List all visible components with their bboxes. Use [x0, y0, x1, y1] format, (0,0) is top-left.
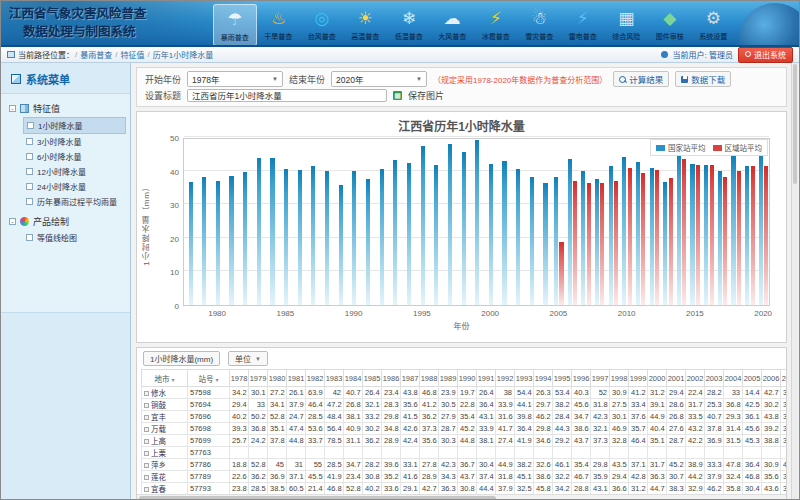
cell-value: 14.4	[743, 387, 762, 399]
table-row[interactable]: 莲花5778922.636.236.937.145.541.923.430.83…	[142, 471, 788, 483]
vertical-scrollbar[interactable]	[791, 63, 798, 499]
toolbar-item-label: 低温普查	[395, 31, 423, 41]
column-header-year[interactable]: 1987	[401, 370, 420, 387]
row-expand-icon[interactable]	[144, 451, 149, 456]
calculate-button[interactable]: 计算结果	[613, 71, 669, 87]
toolbar-item-系统设置[interactable]: ⚙系统设置	[692, 4, 736, 46]
column-header-year[interactable]: 1986	[382, 370, 401, 387]
sidebar-item-1小时降水量[interactable]: 1小时降水量	[23, 117, 126, 134]
column-header-year[interactable]: 2000	[648, 370, 667, 387]
sidebar-item-历年暴雨过程平均雨量[interactable]: 历年暴雨过程平均雨量	[23, 194, 126, 209]
save-image-button[interactable]: 保存图片	[408, 89, 444, 102]
column-header-year[interactable]: 2002	[686, 370, 705, 387]
column-header-year[interactable]: 1980	[268, 370, 287, 387]
chart-title-input[interactable]	[187, 89, 387, 102]
column-header-year[interactable]: 2004	[724, 370, 743, 387]
column-header-year[interactable]: 1978	[230, 370, 249, 387]
toolbar-item-大风普查[interactable]: ☁大风普查	[431, 4, 475, 46]
sort-icon[interactable]: ▾	[172, 377, 175, 383]
column-header-year[interactable]: 2003	[705, 370, 724, 387]
toolbar-item-低温普查[interactable]: ❄低温普查	[387, 4, 431, 46]
table-row[interactable]: 修水5759834.230.127.226.163.94240.726.423.…	[142, 387, 788, 399]
column-header-year[interactable]: 1989	[439, 370, 458, 387]
logout-button[interactable]: 退出系统	[738, 47, 793, 63]
table-row[interactable]: 上高5769925.724.237.844.833.778.531.136.22…	[142, 435, 788, 447]
row-expand-icon[interactable]	[144, 487, 149, 492]
table-row[interactable]: 宜春5779323.828.538.560.521.446.852.840.23…	[142, 483, 788, 495]
column-header-year[interactable]: 2001	[667, 370, 686, 387]
measure-select[interactable]: 1小时降水量(mm)	[143, 351, 220, 366]
table-row[interactable]: 宜丰5769640.250.252.824.728.548.438.133.22…	[142, 411, 788, 423]
toolbar-item-高温普查[interactable]: ☀高温普查	[344, 4, 388, 46]
column-header-year[interactable]: 1984	[344, 370, 363, 387]
column-header-year[interactable]: 1992	[496, 370, 515, 387]
column-header-year[interactable]: 1995	[553, 370, 572, 387]
column-header-year[interactable]: 1988	[420, 370, 439, 387]
breadcrumb-item[interactable]: 历年1小时降水量	[153, 49, 213, 60]
row-expand-icon[interactable]	[144, 415, 149, 420]
sidebar-item-等值线绘图[interactable]: 等值线绘图	[23, 230, 126, 245]
sidebar-item-3小时降水量[interactable]: 3小时降水量	[23, 134, 126, 149]
unit-select[interactable]: 单位▼	[228, 351, 268, 366]
column-header-year[interactable]: 1997	[591, 370, 610, 387]
row-expand-icon[interactable]	[144, 403, 149, 408]
end-year-select[interactable]: 2020年▼	[331, 71, 427, 87]
bar-national-1992	[380, 169, 384, 305]
tree-group-特征值[interactable]: -特征值	[9, 100, 126, 117]
sidebar-item-24小时降水量[interactable]: 24小时降水量	[23, 179, 126, 194]
cell-value: 35.1	[268, 423, 287, 435]
column-header-year[interactable]: 2007	[781, 370, 788, 387]
bar-national-1998	[462, 152, 466, 305]
row-expand-icon[interactable]	[144, 439, 149, 444]
column-header-year[interactable]: 1982	[306, 370, 325, 387]
bar-national-2000	[489, 164, 493, 305]
toolbar-item-雷电普查[interactable]: ⚡雷电普查	[561, 4, 605, 46]
tree-group-产品绘制[interactable]: -产品绘制	[9, 213, 126, 230]
bar-national-2003	[530, 177, 534, 305]
column-header-year[interactable]: 1999	[629, 370, 648, 387]
toolbar-item-冰雹普查[interactable]: ⚡冰雹普查	[474, 4, 518, 46]
column-header-year[interactable]: 1993	[515, 370, 534, 387]
row-expand-icon[interactable]	[144, 391, 149, 396]
column-header-city[interactable]: 地市 ▾	[142, 370, 188, 387]
row-expand-icon[interactable]	[144, 463, 149, 468]
column-header-year[interactable]: 1981	[287, 370, 306, 387]
row-expand-icon[interactable]	[144, 475, 149, 480]
scrollbar-thumb[interactable]	[793, 64, 797, 184]
toolbar-item-暴雨普查[interactable]: ☂暴雨普查	[213, 4, 257, 46]
sidebar-item-12小时降水量[interactable]: 12小时降水量	[23, 164, 126, 179]
bar-national-2013	[663, 182, 667, 305]
table-row[interactable]: 铜鼓5769429.43334.137.946.447.226.832.128.…	[142, 399, 788, 411]
download-button[interactable]: 数据下载	[675, 71, 731, 87]
toolbar-item-干旱普查[interactable]: ♨干旱普查	[257, 4, 301, 46]
expand-icon[interactable]: -	[9, 218, 16, 225]
table-row[interactable]: 萍乡5778618.852.845315528.534.728.239.633.…	[142, 459, 788, 471]
toolbar-item-台风普查[interactable]: ◎台风普查	[300, 4, 344, 46]
sidebar-item-6小时降水量[interactable]: 6小时降水量	[23, 149, 126, 164]
column-header-year[interactable]: 1983	[325, 370, 344, 387]
column-header-year[interactable]: 2006	[762, 370, 781, 387]
start-year-select[interactable]: 1978年▼	[187, 71, 283, 87]
column-header-year[interactable]: 1991	[477, 370, 496, 387]
sort-icon[interactable]: ▾	[216, 377, 219, 383]
table-row[interactable]: 万载5769839.336.835.147.453.656.440.930.23…	[142, 423, 788, 435]
column-header-year[interactable]: 1985	[363, 370, 382, 387]
table-row[interactable]: 上栗57763	[142, 447, 788, 459]
toolbar-item-综合风险[interactable]: ▦综合风险	[605, 4, 649, 46]
column-header-year[interactable]: 2005	[743, 370, 762, 387]
horizontal-scrollbar[interactable]	[137, 494, 786, 499]
toolbar-item-图件审核[interactable]: ◆图件审核	[648, 4, 692, 46]
column-header-year[interactable]: 1979	[249, 370, 268, 387]
expand-icon[interactable]: -	[9, 105, 16, 112]
cell-value: 31.7	[686, 399, 705, 411]
column-header-year[interactable]: 1994	[534, 370, 553, 387]
toolbar-item-雪灾普查[interactable]: ☃雪灾普查	[518, 4, 562, 46]
column-header-station[interactable]: 站号 ▾	[188, 370, 230, 387]
breadcrumb-item[interactable]: 暴雨普查	[80, 49, 112, 60]
breadcrumb-item[interactable]: 特征值	[120, 49, 144, 60]
row-expand-icon[interactable]	[144, 427, 149, 432]
column-header-year[interactable]: 1998	[610, 370, 629, 387]
column-header-year[interactable]: 1990	[458, 370, 477, 387]
column-header-year[interactable]: 1996	[572, 370, 591, 387]
scrollbar-thumb[interactable]	[139, 496, 496, 499]
